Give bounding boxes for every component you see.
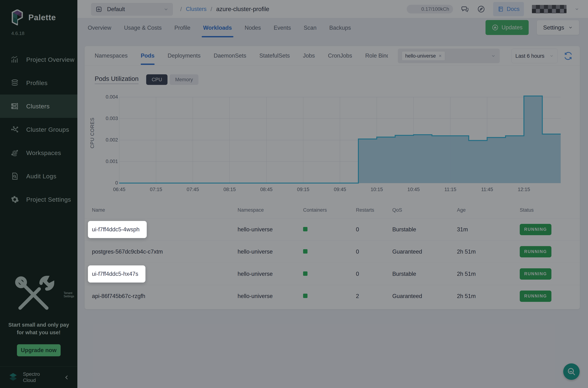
chevron-down-icon: [163, 7, 169, 12]
metric-toggle: CPU Memory: [146, 74, 198, 85]
subtab-deployments[interactable]: Deployments: [168, 47, 201, 65]
explore-compass-icon[interactable]: [477, 5, 485, 13]
y-tick-label: 0.002: [101, 137, 118, 143]
sidebar-bottom: Tenant Settings Start small and only pay…: [0, 284, 77, 388]
time-range-value: Last 6 hours: [515, 53, 544, 59]
column-header-restarts: Restarts: [356, 207, 392, 213]
layers-icon: [11, 79, 19, 87]
x-tick-label: 07:45: [182, 187, 204, 192]
sidebar-item-label: Tenant Settings: [64, 291, 77, 298]
table-row[interactable]: postgres-567dc9cb4c-c7xtm hello-universe…: [85, 241, 580, 263]
column-header-namespace: Namespace: [238, 207, 303, 213]
tab-nodes[interactable]: Nodes: [244, 19, 261, 37]
settings-button[interactable]: Settings: [537, 20, 579, 35]
tab-usage-costs[interactable]: Usage & Costs: [124, 19, 162, 37]
project-scope-select[interactable]: Default: [91, 3, 173, 16]
feedback-chat-icon[interactable]: [461, 5, 469, 13]
user-name-redacted[interactable]: [532, 5, 566, 13]
breadcrumb: / Clusters / azure-cluster-profile: [180, 0, 269, 18]
collapse-sidebar-icon[interactable]: [64, 375, 69, 380]
y-axis-labels: 00.0010.0020.0030.004: [101, 97, 118, 183]
y-tick-label: 0.001: [101, 159, 118, 164]
refresh-icon[interactable]: [564, 51, 573, 61]
pod-qos: Burstable: [392, 271, 457, 277]
y-tick-label: 0: [101, 180, 118, 186]
tab-events[interactable]: Events: [273, 19, 291, 37]
subtab-cronjobs[interactable]: CronJobs: [328, 47, 352, 65]
sidebar-item-label: Profiles: [26, 79, 47, 87]
pod-age: 2h 51m: [457, 248, 520, 255]
pod-qos: Burstable: [392, 226, 457, 233]
x-tick-label: 10:15: [366, 187, 388, 192]
column-header-status: Status: [520, 207, 580, 213]
memory-toggle-button[interactable]: Memory: [170, 74, 198, 85]
cpu-toggle-button[interactable]: CPU: [146, 74, 167, 85]
time-range-select[interactable]: Last 6 hours: [512, 49, 558, 63]
sidebar-item-cluster-groups[interactable]: Cluster Groups: [0, 118, 77, 141]
table-row[interactable]: ui-f7ff4ddc5-hx47s hello-universe 0 Burs…: [85, 263, 580, 285]
top-bar: Default / Clusters / azure-cluster-profi…: [77, 0, 588, 18]
column-header-qos: QoS: [392, 207, 457, 213]
chart-header: Pods Utilization CPU Memory: [95, 74, 198, 85]
updates-button[interactable]: Updates: [486, 20, 529, 35]
tab-backups[interactable]: Backups: [329, 19, 351, 37]
status-badge: RUNNING: [520, 268, 551, 280]
column-header-containers: Containers: [303, 207, 356, 213]
status-badge: RUNNING: [520, 224, 551, 235]
pod-name: ui-f7ff4ddc5-4wsph: [92, 226, 139, 233]
x-tick-label: 11:45: [476, 187, 498, 192]
magnifier-smile-icon: [567, 367, 576, 376]
subtab-role-bindings[interactable]: Role Bind: [365, 47, 388, 65]
sidebar-item-label: Project Settings: [26, 196, 71, 203]
chevron-down-icon[interactable]: [575, 7, 579, 11]
subtab-daemonsets[interactable]: DaemonSets: [214, 47, 246, 65]
sidebar-item-profiles[interactable]: Profiles: [0, 71, 77, 95]
tab-scan[interactable]: Scan: [303, 19, 317, 37]
tab-overview[interactable]: Overview: [87, 19, 112, 37]
namespace-chip-label: hello-universe: [405, 53, 436, 59]
chart-title: Pods Utilization: [95, 75, 138, 84]
sidebar-item-clusters[interactable]: Clusters: [0, 95, 77, 118]
cpu-chart-svg: [119, 97, 561, 183]
document-search-icon: [11, 172, 19, 180]
pods-table: Name Namespace Containers Restarts QoS A…: [85, 202, 580, 307]
tab-workloads[interactable]: Workloads: [203, 19, 232, 37]
sidebar-item-audit-logs[interactable]: Audit Logs: [0, 165, 77, 188]
highlighted-pod-name: ui-f7ff4ddc5-4wsph: [88, 221, 147, 238]
status-badge: RUNNING: [520, 291, 551, 302]
pod-name: api-86f745b67c-rzgfh: [92, 293, 238, 299]
docs-button[interactable]: Docs: [493, 2, 524, 16]
chip-remove-icon[interactable]: ×: [439, 53, 442, 59]
pod-restarts: 2: [356, 293, 392, 299]
upgrade-now-button[interactable]: Upgrade now: [17, 344, 61, 356]
sidebar-item-workspaces[interactable]: Workspaces: [0, 141, 77, 165]
table-row[interactable]: api-86f745b67c-rzgfh hello-universe 2 Gu…: [85, 285, 580, 307]
sidebar-item-tenant-settings[interactable]: Tenant Settings: [0, 284, 77, 306]
version-label: 4.6.18: [0, 25, 77, 36]
topbar-actions: 0.17/100kCh Docs: [407, 0, 579, 18]
breadcrumb-clusters-link[interactable]: Clusters: [186, 6, 207, 12]
namespace-filter-select[interactable]: hello-universe ×: [398, 49, 500, 63]
cpu-utilization-chart: [119, 97, 561, 183]
subtab-pods[interactable]: Pods: [141, 47, 155, 65]
highlighted-pod-name: ui-f7ff4ddc5-hx47s: [88, 266, 145, 283]
subtab-jobs[interactable]: Jobs: [303, 47, 315, 65]
subtab-statefulsets[interactable]: StatefulSets: [259, 47, 290, 65]
logo: Palette: [0, 0, 77, 25]
subtab-namespaces[interactable]: Namespaces: [95, 47, 128, 65]
pod-namespace: hello-universe: [238, 248, 303, 255]
arrow-up-circle-icon: [492, 24, 499, 31]
orbit-icon: [11, 149, 19, 157]
sidebar-item-project-overview[interactable]: Project Overview: [0, 48, 77, 71]
usage-quota-badge: 0.17/100kCh: [407, 5, 453, 13]
container-status-square: [303, 294, 307, 298]
palette-app: Palette 4.6.18 Project Overview Profiles: [0, 0, 588, 388]
sidebar-item-project-settings[interactable]: Project Settings: [0, 188, 77, 211]
search-help-fab[interactable]: [563, 364, 580, 380]
sidebar-footer: Spectro Cloud: [0, 366, 77, 388]
pod-qos: Guaranteed: [392, 293, 457, 299]
pod-namespace: hello-universe: [238, 293, 303, 299]
pod-namespace: hello-universe: [238, 271, 303, 277]
table-row[interactable]: ui-f7ff4ddc5-4wsph hello-universe 0 Burs…: [85, 218, 580, 241]
tab-profile[interactable]: Profile: [174, 19, 191, 37]
